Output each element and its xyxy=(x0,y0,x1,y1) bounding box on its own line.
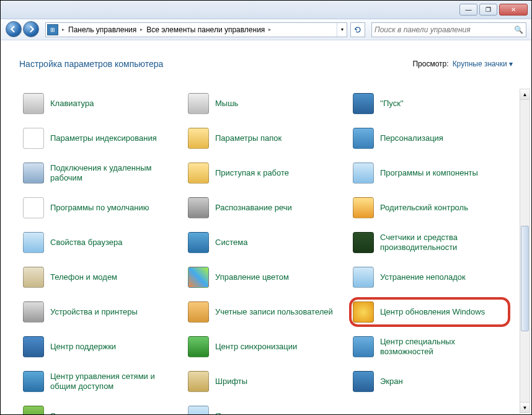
item-icon xyxy=(23,93,44,114)
refresh-button[interactable] xyxy=(350,22,365,37)
item-label: Центр обновления Windows xyxy=(380,307,485,317)
item-label: Программы по умолчанию xyxy=(50,203,149,213)
scroll-thumb[interactable] xyxy=(521,226,529,331)
search-input[interactable] xyxy=(375,25,514,34)
breadcrumb-sub[interactable]: Все элементы панели управления xyxy=(144,25,267,34)
address-dropdown[interactable]: ▾ xyxy=(337,23,347,37)
item-label: Персонализация xyxy=(380,133,443,143)
address-bar[interactable]: ⊞ ▸ Панель управления ▸ Все элементы пан… xyxy=(45,22,347,37)
control-panel-item[interactable]: Язык и региональные стандарты xyxy=(184,401,345,414)
item-icon xyxy=(23,232,44,253)
control-panel-item[interactable]: Счетчики и средства производительности xyxy=(349,228,510,257)
item-label: Параметры папок xyxy=(215,133,282,143)
control-panel-item[interactable]: Телефон и модем xyxy=(19,262,180,292)
content-area: Настройка параметров компьютера Просмотр… xyxy=(1,40,531,414)
item-icon xyxy=(188,336,209,357)
item-icon xyxy=(23,371,44,392)
item-label: Центр специальных возможностей xyxy=(380,337,507,357)
item-icon xyxy=(353,197,374,218)
item-label: ''Пуск'' xyxy=(380,99,404,109)
back-button[interactable] xyxy=(6,21,22,37)
control-panel-item[interactable]: Электропитание xyxy=(19,401,180,414)
view-selector: Просмотр: Крупные значки ▾ xyxy=(412,60,513,68)
item-icon xyxy=(188,128,209,149)
titlebar: — ❐ ✕ xyxy=(1,1,531,19)
view-dropdown[interactable]: Крупные значки ▾ xyxy=(453,60,513,68)
item-label: Центр поддержки xyxy=(50,342,116,352)
control-panel-item[interactable]: ''Пуск'' xyxy=(349,89,510,118)
item-icon xyxy=(188,232,209,253)
item-label: Программы и компоненты xyxy=(380,168,478,178)
item-icon xyxy=(353,267,374,288)
item-label: Экран xyxy=(380,377,403,386)
item-label: Свойства браузера xyxy=(50,238,122,248)
item-label: Система xyxy=(215,238,247,248)
breadcrumb-root[interactable]: Панель управления xyxy=(66,25,139,34)
maximize-button[interactable]: ❐ xyxy=(479,4,497,16)
items-area: КлавиатураМышь''Пуск''Параметры индексир… xyxy=(1,89,519,414)
item-label: Клавиатура xyxy=(50,99,94,109)
control-panel-item[interactable]: Мышь xyxy=(184,89,345,118)
item-label: Параметры индексирования xyxy=(50,133,157,143)
control-panel-item[interactable]: Экран xyxy=(349,367,510,396)
item-icon xyxy=(23,336,44,357)
view-label: Просмотр: xyxy=(412,60,448,68)
chevron-right-icon: ▸ xyxy=(139,27,144,32)
scroll-up-button[interactable]: ▲ xyxy=(520,89,530,100)
minimize-button[interactable]: — xyxy=(459,4,477,16)
control-panel-item[interactable]: Управление цветом xyxy=(184,262,345,292)
control-panel-item[interactable]: Центр поддержки xyxy=(19,332,180,362)
item-icon xyxy=(23,406,44,414)
item-icon xyxy=(188,163,209,184)
chevron-right-icon: ▸ xyxy=(61,27,66,32)
forward-button[interactable] xyxy=(23,21,39,37)
item-icon xyxy=(23,301,44,323)
item-icon xyxy=(23,163,44,184)
control-panel-item[interactable]: Устранение неполадок xyxy=(349,262,510,292)
item-icon xyxy=(353,93,374,114)
control-panel-item[interactable]: Распознавание речи xyxy=(184,193,345,223)
page-title: Настройка параметров компьютера xyxy=(19,59,163,69)
item-label: Распознавание речи xyxy=(215,203,292,213)
item-label: Устранение неполадок xyxy=(380,272,466,282)
control-panel-item[interactable]: Устройства и принтеры xyxy=(19,297,180,327)
control-panel-item[interactable]: Подключения к удаленным рабочим xyxy=(19,158,180,188)
item-icon xyxy=(353,371,374,392)
items-grid: КлавиатураМышь''Пуск''Параметры индексир… xyxy=(19,89,510,414)
control-panel-window: — ❐ ✕ ⊞ ▸ Панель управления ▸ Все элемен… xyxy=(0,0,532,415)
item-label: Счетчики и средства производительности xyxy=(380,233,507,253)
control-panel-item[interactable]: Программы по умолчанию xyxy=(19,193,180,223)
item-icon xyxy=(353,336,374,357)
control-panel-icon: ⊞ xyxy=(47,24,58,35)
control-panel-item[interactable]: Центр обновления Windows xyxy=(349,297,510,327)
item-icon xyxy=(23,128,44,149)
item-icon xyxy=(353,128,374,149)
search-box[interactable]: 🔍 xyxy=(371,22,526,37)
control-panel-item[interactable]: Родительский контроль xyxy=(349,193,510,223)
control-panel-item[interactable]: Клавиатура xyxy=(19,89,180,118)
nav-arrows xyxy=(6,21,42,38)
control-panel-item[interactable]: Шрифты xyxy=(184,367,345,396)
item-icon xyxy=(23,197,44,218)
control-panel-item[interactable]: Персонализация xyxy=(349,123,510,153)
control-panel-item[interactable]: Программы и компоненты xyxy=(349,158,510,188)
control-panel-item[interactable]: Свойства браузера xyxy=(19,228,180,257)
control-panel-item[interactable]: Приступая к работе xyxy=(184,158,345,188)
control-panel-item[interactable]: Система xyxy=(184,228,345,257)
scroll-down-button[interactable]: ▼ xyxy=(520,402,530,413)
control-panel-item[interactable]: Центр синхронизации xyxy=(184,332,345,362)
scrollbar[interactable]: ▲ ▼ xyxy=(520,89,530,413)
control-panel-item[interactable]: Параметры индексирования xyxy=(19,123,180,153)
control-panel-item[interactable]: Центр управления сетями и общим доступом xyxy=(19,367,180,396)
close-button[interactable]: ✕ xyxy=(499,4,528,16)
item-icon xyxy=(188,267,209,288)
item-icon xyxy=(188,371,209,392)
control-panel-item[interactable]: Учетные записи пользователей xyxy=(184,297,345,327)
item-label: Устройства и принтеры xyxy=(50,307,138,317)
item-icon xyxy=(188,197,209,218)
control-panel-item[interactable]: Центр специальных возможностей xyxy=(349,332,510,362)
search-icon[interactable]: 🔍 xyxy=(514,25,523,34)
item-label: Подключения к удаленным рабочим xyxy=(50,163,177,184)
control-panel-item[interactable]: Параметры папок xyxy=(184,123,345,153)
item-label: Электропитание xyxy=(50,411,112,414)
